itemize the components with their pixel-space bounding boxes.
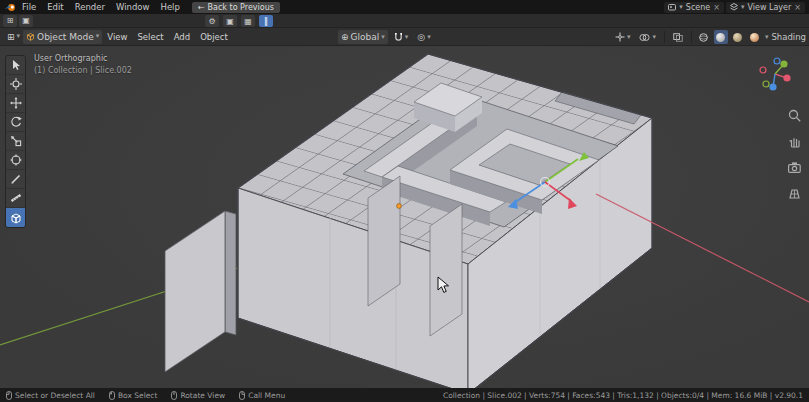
unlink-view-layer-icon[interactable]: × bbox=[794, 3, 801, 12]
object-mode-icon bbox=[26, 32, 35, 41]
axis-neg-z-ball bbox=[774, 58, 780, 64]
mode-label: Object Mode bbox=[37, 32, 94, 42]
zoom-icon[interactable] bbox=[787, 108, 802, 123]
unlink-scene-icon[interactable]: × bbox=[713, 3, 720, 12]
blender-logo-icon[interactable] bbox=[4, 2, 16, 12]
menu-add[interactable]: Add bbox=[169, 28, 195, 46]
tool-options-button[interactable]: ⚙ bbox=[205, 15, 219, 27]
add-cube-icon bbox=[10, 212, 22, 224]
viewport-controls bbox=[787, 108, 802, 201]
proportional-editing-icon: ◎ bbox=[417, 32, 425, 42]
menu-window[interactable]: Window bbox=[111, 0, 155, 14]
tool-annotate[interactable] bbox=[6, 170, 25, 189]
view-layer-selector[interactable]: ▾ View Layer × bbox=[726, 2, 805, 13]
header-separator bbox=[691, 31, 692, 43]
align-toggle-button[interactable]: ‖ bbox=[259, 15, 273, 27]
header-separator bbox=[664, 31, 665, 43]
status-bar: Select or Deselect All Box Select Rotate… bbox=[0, 388, 809, 402]
perspective-toggle-icon[interactable] bbox=[787, 186, 802, 201]
scene-icon bbox=[668, 3, 676, 11]
annotate-pen-icon bbox=[10, 173, 22, 185]
blender-window: File Edit Render Window Help ← Back to P… bbox=[0, 0, 809, 402]
shading-rendered-button[interactable] bbox=[748, 30, 762, 44]
cursor-icon bbox=[10, 78, 22, 90]
3d-viewport[interactable]: User Orthographic (1) Collection | Slice… bbox=[0, 46, 809, 388]
status-hint-box-select: Box Select bbox=[109, 391, 157, 400]
view-name-label: User Orthographic bbox=[34, 53, 132, 65]
magnet-icon bbox=[394, 32, 403, 42]
mouse-cursor bbox=[437, 276, 451, 294]
rotate-icon bbox=[10, 116, 22, 128]
scale-icon bbox=[10, 135, 22, 147]
overlays-button[interactable]: ▾ bbox=[636, 30, 659, 44]
axis-neg-y-ball bbox=[763, 81, 769, 87]
grid-icon: ▦ bbox=[244, 17, 252, 26]
chevron-down-icon: ▾ bbox=[381, 34, 385, 41]
view-layer-icon bbox=[730, 3, 738, 11]
shading-material-button[interactable] bbox=[731, 30, 745, 44]
xray-toggle-button[interactable] bbox=[670, 30, 686, 44]
menu-help[interactable]: Help bbox=[155, 0, 184, 14]
pan-hand-icon[interactable] bbox=[787, 134, 802, 149]
editor-type-icon: ⊞ bbox=[7, 16, 14, 25]
grid-options-button[interactable]: ▦ bbox=[241, 15, 255, 27]
toolbar bbox=[5, 55, 26, 228]
menu-render[interactable]: Render bbox=[70, 0, 110, 14]
viewport-canvas[interactable] bbox=[0, 46, 809, 388]
chevron-down-icon: ▾ bbox=[405, 34, 409, 41]
camera-view-icon[interactable] bbox=[787, 160, 802, 175]
status-hint-call-menu: Call Menu bbox=[239, 391, 285, 400]
chevron-down-icon: ▾ bbox=[652, 34, 656, 41]
axis-neg-x-ball bbox=[760, 67, 766, 73]
viewport-header: ⊞ ▾ Object Mode ▾ View Select Add Object… bbox=[0, 28, 809, 46]
active-tool-button[interactable]: ▣ bbox=[19, 15, 33, 27]
menu-select[interactable]: Select bbox=[132, 28, 168, 46]
tool-select-box[interactable] bbox=[6, 56, 25, 75]
tool-rotate[interactable] bbox=[6, 113, 25, 132]
status-hint-label: Rotate View bbox=[180, 391, 225, 400]
tool-move[interactable] bbox=[6, 94, 25, 113]
overlays-icon bbox=[639, 33, 650, 42]
back-icon: ← bbox=[198, 3, 205, 12]
tool-cursor[interactable] bbox=[6, 75, 25, 94]
menu-object[interactable]: Object bbox=[195, 28, 233, 46]
editor-type-button[interactable]: ⊞ ▾ bbox=[4, 30, 23, 44]
mode-dropdown[interactable]: Object Mode ▾ bbox=[23, 30, 102, 44]
status-hint-select: Select or Deselect All bbox=[6, 391, 95, 400]
tool-add-cube[interactable] bbox=[6, 208, 25, 227]
rendered-sphere-icon bbox=[750, 33, 759, 42]
transform-orientation-dropdown[interactable]: ⊕ Global ▾ bbox=[338, 30, 388, 44]
menu-file[interactable]: File bbox=[17, 0, 41, 14]
bars-icon: ‖ bbox=[264, 17, 268, 26]
snap-settings-button[interactable]: ▣ bbox=[223, 15, 237, 27]
menu-edit[interactable]: Edit bbox=[42, 0, 68, 14]
chevron-down-icon: ▾ bbox=[765, 34, 769, 41]
shading-wireframe-button[interactable] bbox=[697, 30, 711, 44]
status-hint-label: Call Menu bbox=[248, 391, 285, 400]
chevron-down-icon: ▾ bbox=[17, 33, 21, 40]
grid-snap-icon: ▣ bbox=[226, 17, 234, 26]
menu-view[interactable]: View bbox=[102, 28, 132, 46]
globe-icon: ⊕ bbox=[341, 32, 349, 42]
axis-y-ball bbox=[780, 60, 787, 67]
tool-settings-editor-button[interactable]: ⊞ bbox=[3, 15, 17, 27]
scene-selector[interactable]: ▾ Scene × bbox=[664, 2, 724, 13]
tool-scale[interactable] bbox=[6, 132, 25, 151]
shading-popover-label[interactable]: Shading bbox=[771, 32, 806, 42]
select-box-icon bbox=[10, 59, 22, 71]
status-hint-label: Select or Deselect All bbox=[15, 391, 95, 400]
scene-statistics: Collection | Slice.002 | Verts:754 | Fac… bbox=[443, 391, 803, 400]
tool-transform[interactable] bbox=[6, 151, 25, 170]
back-button-label: Back to Previous bbox=[208, 3, 274, 12]
transform-icon bbox=[10, 154, 22, 166]
navigation-gizmo[interactable] bbox=[755, 54, 795, 94]
proportional-editing-button[interactable]: ◎ ▾ bbox=[414, 30, 433, 44]
left-slice-slab bbox=[165, 211, 236, 372]
snap-toggle-button[interactable]: ▾ bbox=[391, 30, 412, 44]
show-gizmo-button[interactable]: ▾ bbox=[612, 30, 634, 44]
chevron-down-icon: ▾ bbox=[427, 34, 431, 41]
shading-solid-button[interactable] bbox=[714, 30, 728, 44]
tool-measure[interactable] bbox=[6, 189, 25, 208]
back-to-previous-button[interactable]: ← Back to Previous bbox=[192, 2, 280, 13]
scene-name: Scene bbox=[686, 3, 710, 12]
